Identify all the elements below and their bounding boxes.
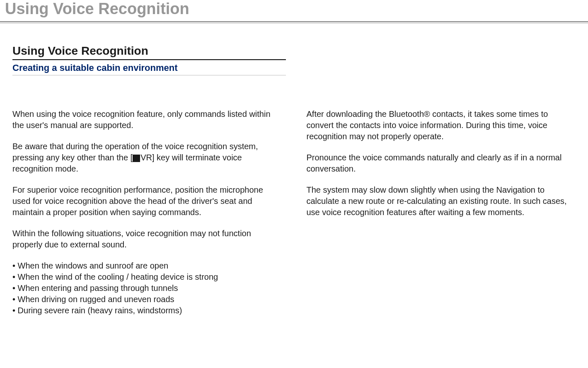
content: Using Voice Recognition Creating a suita… bbox=[0, 44, 588, 316]
list-item: • When the wind of the cooling / heating… bbox=[12, 271, 282, 283]
right-p2: Pronounce the voice commands naturally a… bbox=[307, 152, 576, 174]
list-item: • During severe rain (heavy rains, winds… bbox=[12, 305, 282, 316]
right-p3: The system may slow down slightly when u… bbox=[307, 184, 576, 218]
bullet-list: • When the windows and sunroof are open … bbox=[12, 260, 282, 316]
page-title: Using Voice Recognition bbox=[0, 0, 588, 22]
left-p4: Within the following situations, voice r… bbox=[12, 228, 282, 250]
left-p3: For superior voice recognition performan… bbox=[12, 184, 282, 218]
left-p1: When using the voice recognition feature… bbox=[12, 109, 282, 131]
left-p2: Be aware that during the operation of th… bbox=[12, 141, 282, 174]
section-heading: Using Voice Recognition bbox=[12, 44, 286, 60]
vr-icon bbox=[133, 155, 140, 162]
columns: When using the voice recognition feature… bbox=[12, 109, 576, 316]
list-item: • When the windows and sunroof are open bbox=[12, 260, 282, 271]
sub-heading: Creating a suitable cabin environment bbox=[12, 60, 286, 75]
title-divider bbox=[0, 23, 588, 24]
right-column: After downloading the Bluetooth® contact… bbox=[307, 109, 576, 316]
list-item: • When entering and passing through tunn… bbox=[12, 283, 282, 294]
right-p1: After downloading the Bluetooth® contact… bbox=[307, 109, 576, 142]
left-column: When using the voice recognition feature… bbox=[12, 109, 282, 316]
list-item: • When driving on rugged and uneven road… bbox=[12, 294, 282, 305]
